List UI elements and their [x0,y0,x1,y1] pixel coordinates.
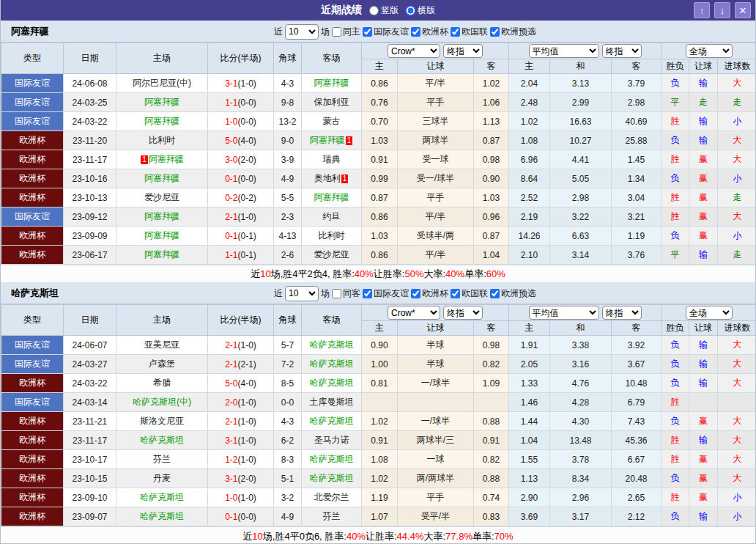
match-row: 欧洲杯23-11-21斯洛文尼亚2-1(1-0)4-3哈萨克斯坦1.02一/球半… [1,412,756,431]
away-team-cell: 哈萨克斯坦 [302,336,362,355]
result-goals-cell: 走 [718,246,756,265]
avg-away-odds-cell: 25.88 [612,131,662,150]
comp-checkbox-eurocup-input[interactable] [411,27,420,37]
fulltime-score: 0-2 [225,193,237,203]
comp-checkbox-eurocup[interactable]: 欧洲杯 [411,287,448,300]
match-row: 国际友谊24-03-22阿塞拜疆1-0(0-0)13-2蒙古0.70三球半1.1… [1,112,756,131]
layout-vertical-radio-input[interactable] [369,6,379,15]
corner-cell: 5-5 [274,188,302,207]
avg-draw-odds-cell: 5.05 [550,169,612,188]
comp-checkbox-euroqualifier-input[interactable] [490,27,500,37]
corner-cell: 0-0 [274,393,302,412]
halftime-score: (1-0) [238,397,256,408]
home-team-name: 哈萨克斯坦 [140,435,184,445]
comp-checkbox-eurocup-input[interactable] [411,289,420,298]
comp-checkbox-nationsleague[interactable]: 欧国联 [451,287,488,300]
avg-away-odds-cell: 6.67 [612,450,662,469]
competition-cell: 欧洲杯 [1,131,64,150]
comp-checkbox-friendly-input[interactable] [363,289,372,298]
comp-checkbox-euroqualifier[interactable]: 欧洲预选 [490,287,536,300]
comp-checkbox-friendly[interactable]: 国际友谊 [363,26,409,38]
corner-cell: 8-3 [274,450,302,469]
comp-checkbox-nationsleague-input[interactable] [451,27,460,37]
same-venue-checkbox[interactable]: 同客 [332,287,360,300]
result-goals-cell: 大 [718,450,756,469]
fulltime-score: 2-1 [225,359,237,370]
score-cell: 1-0(0-0) [208,112,274,131]
result-goals-cell: 大 [718,150,756,169]
odds-company-select[interactable]: Crow* [388,44,440,58]
competition-cell: 国际友谊 [1,336,64,355]
home-team-name: 哈萨克斯坦 [140,511,184,521]
avg-home-odds-cell: 2.04 [509,74,550,93]
rank-badge: 1 [341,174,349,183]
result-handicap-cell: 输 [689,74,718,93]
comp-checkbox-nationsleague-input[interactable] [451,289,460,298]
summary-segment: 77.8% [445,531,472,542]
crow-home-odds-cell: 0.86 [362,207,398,227]
col-header-0: 类型 [1,43,64,74]
comp-checkbox-friendly-input[interactable] [363,27,372,37]
layout-horizontal-radio-input[interactable] [406,6,415,15]
recent-count-select[interactable]: 10 [285,286,319,301]
same-venue-checkbox[interactable]: 同主 [332,26,360,38]
same-venue-checkbox-input[interactable] [332,27,341,37]
team-name: 哈萨克斯坦 [1,287,59,300]
move-up-button[interactable]: ↑ [694,2,710,18]
away-team-name: 阿塞拜疆 [314,78,349,88]
odds-stage-select[interactable]: 终指 [443,44,483,58]
result-handicap-cell: 赢 [689,188,718,207]
scope-select[interactable]: 全场 [686,44,733,58]
layout-horizontal-radio[interactable]: 横版 [406,4,435,17]
score-cell: 0-1(0-0) [208,507,274,526]
layout-vertical-radio[interactable]: 竖版 [369,4,399,17]
competition-cell: 欧洲杯 [1,150,64,169]
average-select[interactable]: 平均值 [529,306,599,320]
result-handicap-cell: 赢 [689,488,718,507]
score-cell: 3-1(2-0) [208,469,274,488]
crow-home-odds-cell: 1.08 [362,450,398,469]
average-stage-select[interactable]: 终指 [602,306,642,320]
close-button[interactable]: ✕ [735,2,751,18]
match-row: 欧洲杯23-09-07哈萨克斯坦0-1(0-0)4-9芬兰1.07受平/半0.8… [1,507,756,526]
match-row: 欧洲杯23-10-16阿塞拜疆0-1(0-0)4-9奥地利10.99受一/球半0… [1,169,756,188]
same-venue-checkbox-input[interactable] [332,289,341,298]
home-team-name: 阿尔巴尼亚(中) [133,78,191,88]
fulltime-score: 1-0 [225,117,237,127]
avg-home-odds-cell: 1.02 [509,112,550,131]
comp-checkbox-eurocup[interactable]: 欧洲杯 [411,26,448,38]
odds-company-select[interactable]: Crow* [388,306,440,320]
average-stage-select[interactable]: 终指 [602,44,642,58]
recent-count-select[interactable]: 10 [285,24,319,40]
comp-label: 欧洲预选 [501,287,536,300]
avg-away-odds-cell: 3.79 [612,74,662,93]
comp-checkbox-friendly[interactable]: 国际友谊 [363,287,409,300]
result-goals-cell: 小 [718,507,756,526]
crow-away-odds-cell: 0.98 [474,336,509,355]
odds-stage-select[interactable]: 终指 [443,306,483,320]
away-team-cell: 哈萨克斯坦 [302,374,362,393]
away-team-name: 哈萨克斯坦 [310,473,354,483]
avg-draw-odds-cell: 4.28 [550,393,612,412]
comp-checkbox-euroqualifier[interactable]: 欧洲预选 [490,26,536,38]
handicap-cell: 三球半 [398,112,474,131]
summary-segment: 场,胜4平0负6, 胜率: [263,530,346,543]
away-team-cell: 土库曼斯坦 [302,393,362,412]
competition-cell: 欧洲杯 [1,374,64,393]
competition-cell: 欧洲杯 [1,431,64,450]
crow-away-odds-cell: 0.87 [474,131,509,150]
halftime-score: (4-0) [238,136,256,146]
move-down-button[interactable]: ↓ [714,2,730,18]
avg-draw-odds-cell: 6.63 [550,227,612,246]
away-team-name: 奥地利 [314,173,341,183]
col-header-1: 日期 [64,43,116,74]
scope-select[interactable]: 全场 [686,306,733,320]
comp-checkbox-euroqualifier-input[interactable] [490,289,500,298]
comp-checkbox-nationsleague[interactable]: 欧国联 [451,26,488,38]
average-select[interactable]: 平均值 [529,44,599,58]
avg-home-odds-cell: 2.52 [509,188,550,207]
avg-home-odds-cell: 1.33 [509,374,550,393]
fulltime-score: 5-0 [225,136,237,146]
summary-segment: 40% [346,531,366,542]
result-handicap-cell: 赢 [689,469,718,488]
